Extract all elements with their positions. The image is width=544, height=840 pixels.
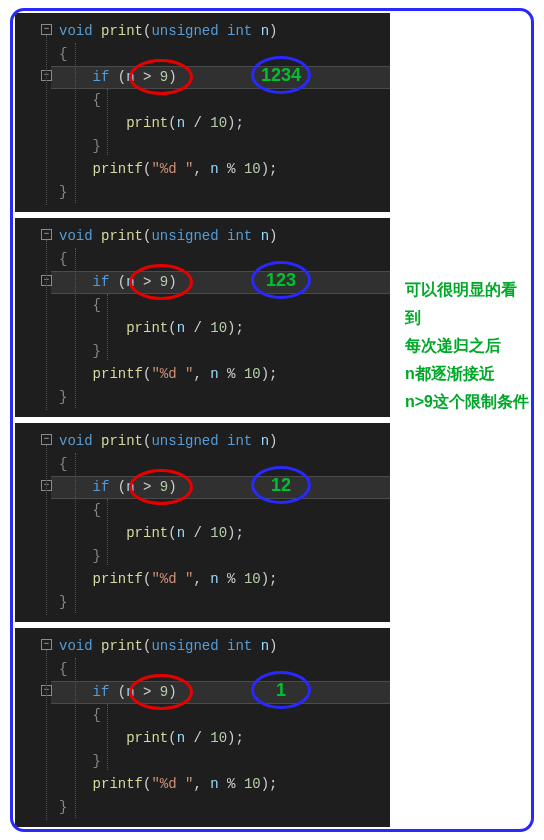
code-panel: void print(unsigned int n) { if (n > 9) … xyxy=(15,423,390,622)
code-line: void print(unsigned int n) xyxy=(59,225,390,248)
code-line: print(n / 10); xyxy=(59,727,390,750)
code-line: } xyxy=(59,591,390,614)
code-line: print(n / 10); xyxy=(59,317,390,340)
code-line: print(n / 10); xyxy=(59,112,390,135)
value-ellipse: 1234 xyxy=(251,56,311,94)
code-line: void print(unsigned int n) xyxy=(59,430,390,453)
fold-toggle-icon[interactable] xyxy=(41,639,52,650)
fold-toggle-icon[interactable] xyxy=(41,229,52,240)
fold-guide-line xyxy=(46,240,47,410)
annotation-line: 每次递归之后 xyxy=(405,332,531,360)
fold-toggle-icon[interactable] xyxy=(41,24,52,35)
code-line: { xyxy=(59,294,390,317)
annotation-line: 可以很明显的看到 xyxy=(405,276,531,332)
code-area: void print(unsigned int n) { if (n > 9) … xyxy=(59,423,390,622)
condition-highlight-ellipse xyxy=(129,674,193,710)
current-n-value: 1234 xyxy=(261,65,301,86)
condition-highlight-ellipse xyxy=(129,59,193,95)
code-line: printf("%d ", n % 10); xyxy=(59,568,390,591)
code-panels-column: void print(unsigned int n) { if (n > 9) … xyxy=(15,13,390,832)
code-panel: void print(unsigned int n) { if (n > 9) … xyxy=(15,628,390,827)
fold-toggle-icon[interactable] xyxy=(41,434,52,445)
code-line: } xyxy=(59,545,390,568)
document-frame: void print(unsigned int n) { if (n > 9) … xyxy=(10,8,534,832)
code-line: { xyxy=(59,499,390,522)
code-line: { xyxy=(59,658,390,681)
code-area: void print(unsigned int n) { if (n > 9) … xyxy=(59,218,390,417)
code-panel: void print(unsigned int n) { if (n > 9) … xyxy=(15,13,390,212)
current-n-value: 123 xyxy=(266,270,296,291)
code-line: } xyxy=(59,386,390,409)
fold-guide-line xyxy=(46,35,47,205)
code-line: if (n > 9) xyxy=(59,66,390,89)
annotation-line: n都逐渐接近 xyxy=(405,360,531,388)
condition-highlight-ellipse xyxy=(129,469,193,505)
code-line: printf("%d ", n % 10); xyxy=(59,773,390,796)
current-n-value: 1 xyxy=(276,680,286,701)
value-ellipse: 1 xyxy=(251,671,311,709)
fold-guide-line xyxy=(46,445,47,615)
code-line: } xyxy=(59,340,390,363)
code-line: void print(unsigned int n) xyxy=(59,20,390,43)
value-ellipse: 123 xyxy=(251,261,311,299)
code-line: { xyxy=(59,89,390,112)
code-line: { xyxy=(59,43,390,66)
code-area: void print(unsigned int n) { if (n > 9) … xyxy=(59,13,390,212)
value-ellipse: 12 xyxy=(251,466,311,504)
code-line: { xyxy=(59,248,390,271)
current-n-value: 12 xyxy=(271,475,291,496)
code-line: } xyxy=(59,181,390,204)
code-area: void print(unsigned int n) { if (n > 9) … xyxy=(59,628,390,827)
code-line: printf("%d ", n % 10); xyxy=(59,363,390,386)
fold-guide-line xyxy=(46,650,47,820)
code-line: { xyxy=(59,704,390,727)
code-line: } xyxy=(59,750,390,773)
explanation-text: 可以很明显的看到 每次递归之后 n都逐渐接近 n>9这个限制条件 xyxy=(405,276,531,416)
condition-highlight-ellipse xyxy=(129,264,193,300)
code-line: printf("%d ", n % 10); xyxy=(59,158,390,181)
code-panel: void print(unsigned int n) { if (n > 9) … xyxy=(15,218,390,417)
code-line: if (n > 9) xyxy=(59,681,390,704)
code-line: if (n > 9) xyxy=(59,476,390,499)
code-line: } xyxy=(59,796,390,819)
annotation-line: n>9这个限制条件 xyxy=(405,388,531,416)
code-line: { xyxy=(59,453,390,476)
code-line: } xyxy=(59,135,390,158)
code-line: if (n > 9) xyxy=(59,271,390,294)
code-line: print(n / 10); xyxy=(59,522,390,545)
code-line: void print(unsigned int n) xyxy=(59,635,390,658)
